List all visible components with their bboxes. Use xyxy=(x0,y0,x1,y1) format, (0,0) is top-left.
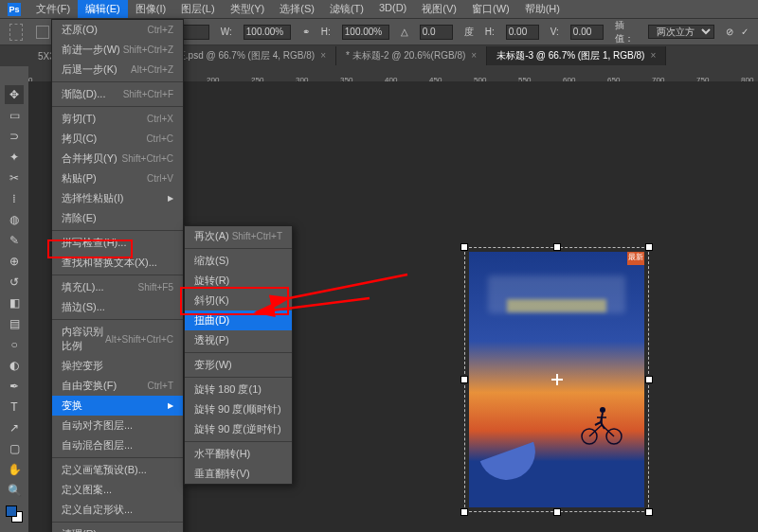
transform-submenu-item-15[interactable]: 垂直翻转(V) xyxy=(185,464,292,484)
transform-submenu-item-5[interactable]: 扭曲(D) xyxy=(185,310,292,330)
transform-submenu-item-11[interactable]: 旋转 90 度(顺时针) xyxy=(185,399,292,419)
handle-br[interactable] xyxy=(645,508,653,516)
transform-submenu-item-14[interactable]: 水平翻转(H) xyxy=(185,444,292,464)
edit-menu-item-6[interactable]: 剪切(T)Ctrl+X xyxy=(52,109,183,129)
edit-menu-item-24[interactable]: 自动混合图层... xyxy=(52,435,183,455)
edit-menu-item-1[interactable]: 前进一步(W)Shift+Ctrl+Z xyxy=(52,40,183,60)
crop-tool[interactable]: ✂ xyxy=(5,168,24,187)
cancel-transform-icon[interactable]: ⊘ xyxy=(726,27,733,37)
edit-menu-item-11[interactable]: 清除(E) xyxy=(52,208,183,228)
hskew-input[interactable] xyxy=(506,25,539,40)
edit-menu-item-9[interactable]: 粘贴(P)Ctrl+V xyxy=(52,168,183,188)
color-swatches[interactable] xyxy=(6,505,23,523)
hand-tool[interactable]: ✋ xyxy=(5,460,24,479)
doc-tab-3[interactable]: 未标题-3 @ 66.7% (图层 1, RGB/8)× xyxy=(487,46,666,65)
w-input[interactable] xyxy=(244,25,291,40)
handle-ml[interactable] xyxy=(460,376,468,383)
vskew-input[interactable] xyxy=(570,25,604,40)
stamp-tool[interactable]: ⊕ xyxy=(5,252,24,271)
transform-tool-icon[interactable] xyxy=(9,24,23,41)
move-tool[interactable]: ✥ xyxy=(5,85,24,104)
gradient-tool[interactable]: ▤ xyxy=(5,314,24,333)
close-tab-icon[interactable]: × xyxy=(471,50,477,61)
edit-menu-item-19[interactable]: 内容识别比例Alt+Shift+Ctrl+C xyxy=(52,322,183,356)
edit-menu-item-17[interactable]: 描边(S)... xyxy=(52,297,183,317)
interp-select[interactable]: 两次立方 xyxy=(648,25,714,39)
h-input[interactable] xyxy=(342,25,389,40)
menu-1[interactable]: 编辑(E) xyxy=(78,0,128,18)
interp-label: 插值： xyxy=(615,19,637,45)
edit-menu-item-4[interactable]: 渐隐(D)...Shift+Ctrl+F xyxy=(52,84,183,104)
edit-menu-item-8[interactable]: 合并拷贝(Y)Shift+Ctrl+C xyxy=(52,149,183,168)
h-label: H: xyxy=(321,27,331,37)
healing-tool[interactable]: ◍ xyxy=(5,210,24,229)
edit-menu-item-13[interactable]: 拼写检查(H)... xyxy=(52,233,183,253)
handle-tl[interactable] xyxy=(460,243,468,251)
handle-mr[interactable] xyxy=(645,376,653,383)
brush-tool[interactable]: ✎ xyxy=(5,231,24,250)
anchor-grid[interactable] xyxy=(36,26,49,39)
handle-tm[interactable] xyxy=(553,243,561,251)
app-icon: Ps xyxy=(8,3,21,16)
edit-menu-item-28[interactable]: 定义自定形状... xyxy=(52,500,183,520)
edit-menu-item-23[interactable]: 自动对齐图层... xyxy=(52,416,183,435)
path-tool[interactable]: ↗ xyxy=(5,418,24,437)
menu-separator xyxy=(52,457,183,458)
transform-submenu-item-4[interactable]: 斜切(K) xyxy=(185,291,292,310)
edit-menu-item-0[interactable]: 还原(O)Ctrl+Z xyxy=(52,20,183,40)
menu-7[interactable]: 3D(D) xyxy=(371,0,414,18)
edit-menu-item-16[interactable]: 填充(L)...Shift+F5 xyxy=(52,277,183,297)
edit-menu-item-22[interactable]: 变换▶ xyxy=(52,396,183,416)
edit-menu-item-7[interactable]: 拷贝(C)Ctrl+C xyxy=(52,129,183,149)
doc-tab-2[interactable]: * 未标题-2 @ 20.6%(RGB/8)× xyxy=(336,46,487,65)
marquee-tool[interactable]: ▭ xyxy=(5,106,24,125)
transform-submenu-item-10[interactable]: 旋转 180 度(1) xyxy=(185,380,292,399)
zoom-tool[interactable]: 🔍 xyxy=(5,481,24,500)
close-tab-icon[interactable]: × xyxy=(320,50,326,61)
degree-label: 度 xyxy=(464,26,474,39)
close-tab-icon[interactable]: × xyxy=(650,50,656,61)
transform-submenu-item-2[interactable]: 缩放(S) xyxy=(185,251,292,271)
menu-0[interactable]: 文件(F) xyxy=(28,0,78,18)
edit-menu-item-21[interactable]: 自由变换(F)Ctrl+T xyxy=(52,376,183,396)
handle-bl[interactable] xyxy=(460,508,468,516)
edit-menu-item-20[interactable]: 操控变形 xyxy=(52,356,183,376)
magic-wand-tool[interactable]: ✦ xyxy=(5,148,24,167)
edit-menu-item-26[interactable]: 定义画笔预设(B)... xyxy=(52,460,183,480)
edit-menu-item-27[interactable]: 定义图案... xyxy=(52,480,183,500)
menu-2[interactable]: 图像(I) xyxy=(128,0,173,18)
transform-submenu-item-12[interactable]: 旋转 90 度(逆时针) xyxy=(185,419,292,439)
shape-tool[interactable]: ▢ xyxy=(5,439,24,458)
transform-submenu-item-8[interactable]: 变形(W) xyxy=(185,355,292,375)
history-brush-tool[interactable]: ↺ xyxy=(5,273,24,292)
menu-3[interactable]: 图层(L) xyxy=(173,0,222,18)
cyclist-silhouette xyxy=(578,399,625,446)
handle-tr[interactable] xyxy=(645,243,653,251)
blur-tool[interactable]: ○ xyxy=(5,335,24,354)
edit-menu-item-30[interactable]: 清理(R)▶ xyxy=(52,524,183,532)
menu-9[interactable]: 窗口(W) xyxy=(464,0,517,18)
edit-menu-item-2[interactable]: 后退一步(K)Alt+Ctrl+Z xyxy=(52,60,183,80)
transform-submenu-item-0[interactable]: 再次(A)Shift+Ctrl+T xyxy=(185,226,292,246)
menu-5[interactable]: 选择(S) xyxy=(272,0,322,18)
edit-menu-item-10[interactable]: 选择性粘贴(I)▶ xyxy=(52,188,183,208)
lasso-tool[interactable]: ⊃ xyxy=(5,127,24,146)
link-icon[interactable]: ⚭ xyxy=(302,27,310,37)
menu-10[interactable]: 帮助(H) xyxy=(517,0,568,18)
fg-color[interactable] xyxy=(6,505,17,517)
transform-submenu-item-6[interactable]: 透视(P) xyxy=(185,330,292,350)
commit-transform-icon[interactable]: ✓ xyxy=(741,27,749,37)
handle-bm[interactable] xyxy=(553,508,561,516)
menu-8[interactable]: 视图(V) xyxy=(414,0,464,18)
transform-submenu-item-3[interactable]: 旋转(R) xyxy=(185,271,292,291)
pen-tool[interactable]: ✒ xyxy=(5,377,24,396)
eraser-tool[interactable]: ◧ xyxy=(5,293,24,312)
eyedropper-tool[interactable]: ⁞ xyxy=(5,189,24,208)
placed-image[interactable]: 最新 xyxy=(469,252,644,507)
type-tool[interactable]: T xyxy=(5,398,24,417)
menu-4[interactable]: 类型(Y) xyxy=(223,0,273,18)
edit-menu-item-14[interactable]: 查找和替换文本(X)... xyxy=(52,253,183,273)
dodge-tool[interactable]: ◐ xyxy=(5,356,24,375)
angle-input[interactable] xyxy=(420,25,453,40)
menu-6[interactable]: 滤镜(T) xyxy=(322,0,371,18)
